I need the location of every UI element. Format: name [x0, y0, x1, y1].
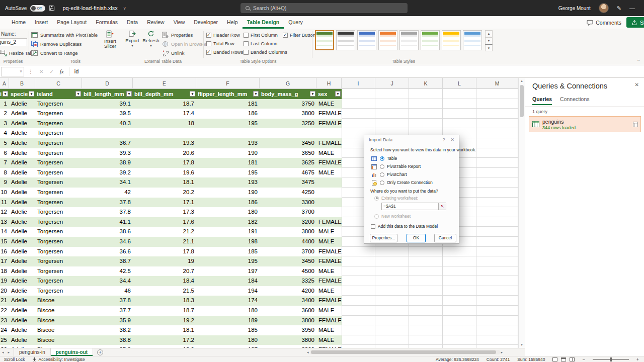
cell[interactable] — [342, 316, 375, 326]
column-header-H[interactable]: H — [316, 78, 342, 89]
cell[interactable] — [375, 296, 409, 306]
cell[interactable]: Adelie — [9, 158, 35, 168]
dialog-option-pivotchart[interactable]: PivotChart — [371, 170, 433, 178]
cell[interactable] — [375, 119, 409, 129]
cell[interactable] — [476, 217, 518, 227]
cell[interactable]: 193 — [196, 138, 260, 148]
cell[interactable]: 37.7 — [82, 306, 133, 316]
cell[interactable] — [316, 177, 342, 188]
cell[interactable] — [476, 276, 518, 286]
cell[interactable] — [316, 207, 342, 217]
cell[interactable]: 17.8 — [133, 158, 196, 168]
gallery-more-icon[interactable]: ▼ — [485, 44, 493, 51]
cell[interactable]: Adelie — [9, 207, 35, 217]
cell[interactable]: Torgersen — [35, 207, 82, 217]
cell[interactable] — [342, 325, 375, 335]
existing-worksheet-option[interactable]: Existing worksheet: — [374, 196, 418, 201]
cell[interactable]: 9 — [0, 177, 9, 188]
cell[interactable]: 4 — [0, 128, 9, 138]
cell[interactable] — [342, 276, 375, 286]
cell[interactable]: Torgersen — [35, 217, 82, 227]
summarize-with-pivottable-button[interactable]: Summarize with PivotTable — [31, 31, 98, 39]
cell[interactable] — [476, 247, 518, 257]
column-header-G[interactable]: G — [260, 78, 316, 89]
cell[interactable]: 18.1 — [133, 325, 196, 335]
cell[interactable]: FEMALE — [316, 217, 342, 227]
cell[interactable] — [409, 296, 443, 306]
cell[interactable]: Adelie — [9, 306, 35, 316]
remove-duplicates-button[interactable]: Remove Duplicates — [31, 40, 98, 48]
cell[interactable]: 20.6 — [133, 148, 196, 158]
checkbox-banded-columns[interactable]: Banded Columns — [244, 49, 287, 55]
checkbox-filter-button[interactable]: Filter Button — [283, 32, 315, 38]
cell[interactable]: 34.4 — [82, 276, 133, 286]
query-item-penguins[interactable]: penguins 344 rows loaded. — [529, 116, 641, 132]
cell[interactable]: 4250 — [260, 188, 316, 198]
cell[interactable]: 46 — [82, 286, 133, 296]
cell[interactable]: 3475 — [260, 177, 316, 188]
cell[interactable]: Torgersen — [35, 128, 82, 138]
avatar[interactable] — [599, 3, 609, 13]
cell[interactable] — [476, 325, 518, 335]
cell[interactable] — [260, 128, 316, 138]
cell[interactable]: Adelie — [9, 335, 35, 345]
cell[interactable] — [476, 128, 518, 138]
table-header-flipper-length-mm[interactable]: flipper_length_mm▾ — [196, 89, 260, 99]
cell[interactable] — [443, 99, 476, 109]
cell[interactable] — [409, 99, 443, 109]
cell[interactable] — [476, 109, 518, 119]
cell[interactable]: Torgersen — [35, 237, 82, 247]
cell[interactable]: Adelie — [9, 109, 35, 119]
chevron-down-icon[interactable]: ∨ — [20, 69, 22, 73]
cell[interactable]: 38.2 — [82, 325, 133, 335]
cell[interactable]: Biscoe — [35, 325, 82, 335]
cell[interactable]: 3950 — [260, 325, 316, 335]
cell[interactable] — [476, 119, 518, 129]
sheet-tab-penguins-out[interactable]: penguins-out — [51, 348, 93, 356]
cell[interactable]: 34.6 — [82, 237, 133, 247]
gallery-down-icon[interactable]: ▼ — [485, 37, 493, 44]
data-model-option[interactable]: Add this data to the Data Model — [371, 224, 438, 229]
cell[interactable]: 2 — [0, 109, 9, 119]
cell[interactable]: Adelie — [9, 256, 35, 266]
ribbon-tab-help[interactable]: Help — [222, 16, 243, 29]
cell[interactable]: 14 — [0, 227, 9, 237]
cell[interactable] — [443, 276, 476, 286]
cell[interactable]: 37.8 — [82, 296, 133, 306]
new-worksheet-option[interactable]: New worksheet — [374, 214, 411, 219]
cell[interactable]: 3700 — [260, 247, 316, 257]
cell[interactable]: 3250 — [260, 119, 316, 129]
table-name-input[interactable]: guins_2 — [0, 38, 27, 46]
cell[interactable] — [443, 256, 476, 266]
zoom-in-icon[interactable]: + — [636, 357, 639, 362]
filter-icon[interactable]: ▾ — [190, 91, 195, 97]
cell[interactable] — [316, 128, 342, 138]
cell[interactable]: Torgersen — [35, 99, 82, 109]
cell[interactable]: Biscoe — [35, 296, 82, 306]
cell[interactable] — [196, 128, 260, 138]
cell[interactable]: MALE — [316, 286, 342, 296]
cell[interactable]: 19.2 — [133, 316, 196, 326]
cell[interactable]: Adelie — [9, 266, 35, 277]
cell[interactable]: 39.1 — [82, 99, 133, 109]
ribbon-tab-table-design[interactable]: Table Design — [243, 16, 284, 29]
column-header-M[interactable]: M — [476, 78, 518, 89]
cell[interactable] — [476, 227, 518, 237]
tab-connections[interactable]: Connections — [560, 96, 589, 105]
cell[interactable]: 18.4 — [133, 276, 196, 286]
cell[interactable]: Adelie — [9, 217, 35, 227]
cell[interactable] — [476, 296, 518, 306]
cell[interactable] — [375, 109, 409, 119]
cell[interactable]: 41.1 — [82, 217, 133, 227]
checkbox-total-row[interactable]: Total Row — [206, 41, 243, 46]
cell[interactable]: 21 — [0, 296, 9, 306]
cell[interactable]: Biscoe — [35, 306, 82, 316]
cell[interactable]: Adelie — [9, 227, 35, 237]
column-header-A[interactable]: A — [0, 78, 9, 89]
cell[interactable] — [476, 286, 518, 296]
cell[interactable]: 6 — [0, 148, 9, 158]
cell[interactable]: Adelie — [9, 188, 35, 198]
cell[interactable]: MALE — [316, 325, 342, 335]
cell[interactable]: 37.8 — [82, 207, 133, 217]
data-model-checkbox[interactable] — [371, 224, 375, 229]
